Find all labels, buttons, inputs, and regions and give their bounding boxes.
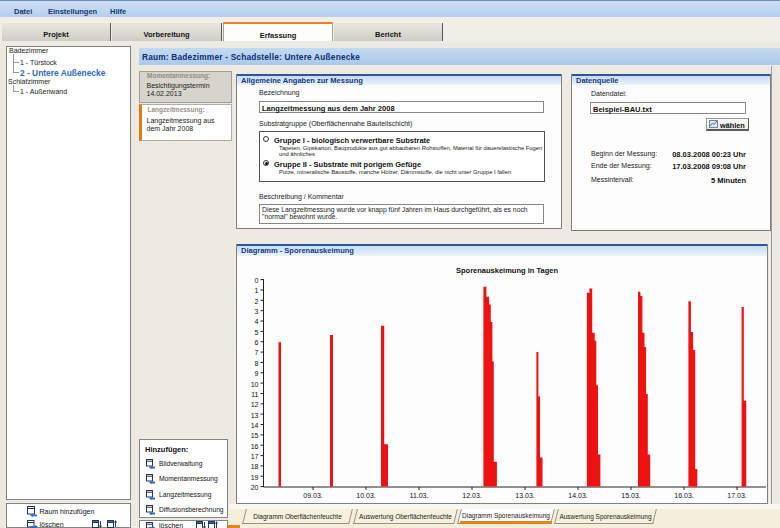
svg-text:13.03.: 13.03. [515,492,535,499]
svg-text:0: 0 [255,277,259,284]
svg-text:7: 7 [255,349,259,356]
svg-text:17: 17 [251,453,259,460]
svg-text:20: 20 [251,484,259,491]
svg-text:16: 16 [251,443,259,450]
svg-text:5: 5 [255,329,259,336]
svg-text:8: 8 [255,360,259,367]
svg-text:19: 19 [251,474,259,481]
svg-text:15.03.: 15.03. [621,492,641,499]
svg-text:10: 10 [251,381,259,388]
svg-text:2: 2 [255,298,259,305]
svg-text:11.03.: 11.03. [410,492,429,499]
svg-text:15: 15 [251,432,259,439]
svg-text:10.03.: 10.03. [356,492,376,499]
svg-text:3: 3 [255,308,259,315]
svg-text:12.03.: 12.03. [462,492,482,499]
svg-text:16.03.: 16.03. [674,492,694,499]
svg-text:17.03.: 17.03. [727,492,747,499]
svg-text:14: 14 [251,422,259,429]
svg-text:12: 12 [251,401,259,408]
svg-text:9: 9 [255,370,259,377]
svg-text:11: 11 [251,391,258,398]
svg-text:1: 1 [255,287,259,294]
svg-text:13: 13 [251,412,259,419]
svg-text:09.03.: 09.03. [303,492,323,499]
svg-text:14.03.: 14.03. [568,492,588,499]
svg-text:18: 18 [251,463,259,470]
svg-text:6: 6 [255,339,259,346]
svg-text:4: 4 [255,318,259,325]
